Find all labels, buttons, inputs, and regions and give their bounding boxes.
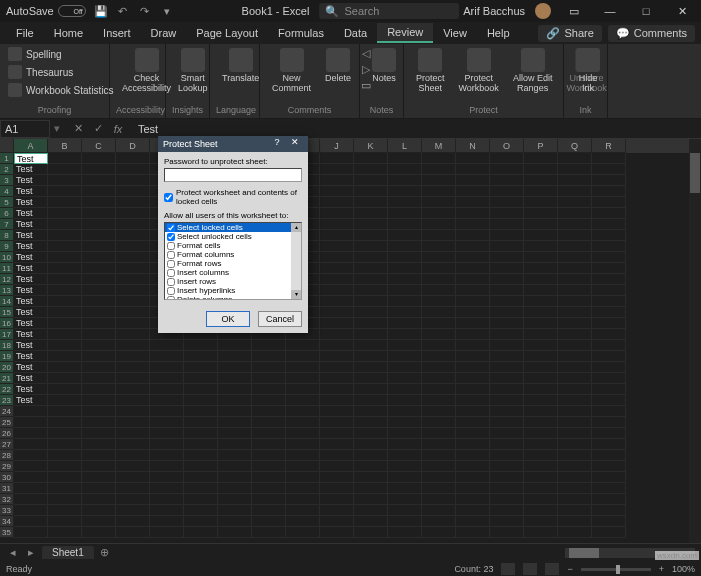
cell[interactable]	[422, 450, 456, 461]
cell[interactable]	[388, 494, 422, 505]
cell[interactable]	[456, 197, 490, 208]
formula-bar[interactable]: Test	[132, 123, 701, 135]
cell[interactable]	[592, 208, 626, 219]
cell[interactable]	[286, 384, 320, 395]
tab-draw[interactable]: Draw	[141, 24, 187, 42]
cell[interactable]	[592, 373, 626, 384]
cell[interactable]	[456, 164, 490, 175]
comments-button[interactable]: 💬Comments	[608, 25, 695, 42]
row-header[interactable]: 28	[0, 450, 14, 461]
permission-checkbox[interactable]	[167, 260, 175, 268]
row-header[interactable]: 22	[0, 384, 14, 395]
cell[interactable]	[116, 219, 150, 230]
delete-comment-button[interactable]: Delete	[319, 46, 357, 86]
cell[interactable]	[48, 340, 82, 351]
search-input[interactable]: 🔍 Search	[319, 3, 459, 19]
hscroll-thumb[interactable]	[569, 548, 599, 558]
cell[interactable]	[592, 351, 626, 362]
cell[interactable]	[286, 395, 320, 406]
cell[interactable]	[558, 197, 592, 208]
cell[interactable]	[388, 307, 422, 318]
row-header[interactable]: 11	[0, 263, 14, 274]
cell[interactable]	[354, 505, 388, 516]
cell[interactable]	[558, 175, 592, 186]
cell[interactable]	[456, 428, 490, 439]
cell[interactable]	[116, 175, 150, 186]
cell[interactable]	[592, 252, 626, 263]
dialog-titlebar[interactable]: Protect Sheet ? ✕	[158, 136, 308, 152]
cell[interactable]	[48, 362, 82, 373]
cell[interactable]	[320, 285, 354, 296]
cell[interactable]	[490, 197, 524, 208]
cell[interactable]	[592, 472, 626, 483]
cell[interactable]	[354, 384, 388, 395]
new-comment-button[interactable]: New Comment	[266, 46, 317, 96]
permission-checkbox[interactable]	[167, 224, 175, 232]
col-header-N[interactable]: N	[456, 139, 490, 153]
cell[interactable]	[116, 406, 150, 417]
cell[interactable]	[524, 505, 558, 516]
cell[interactable]	[286, 505, 320, 516]
cell[interactable]	[592, 516, 626, 527]
permission-option[interactable]: Delete columns	[165, 295, 301, 300]
col-header-K[interactable]: K	[354, 139, 388, 153]
cell[interactable]	[558, 439, 592, 450]
cell[interactable]	[218, 472, 252, 483]
scroll-down-icon[interactable]: ▾	[291, 290, 301, 299]
cell[interactable]	[456, 472, 490, 483]
cell[interactable]	[48, 208, 82, 219]
cell[interactable]	[490, 219, 524, 230]
cell[interactable]	[150, 395, 184, 406]
cell[interactable]	[82, 494, 116, 505]
cell[interactable]	[48, 263, 82, 274]
cell[interactable]	[354, 230, 388, 241]
cell[interactable]	[82, 362, 116, 373]
cell[interactable]	[48, 483, 82, 494]
protect-contents-check-input[interactable]	[164, 193, 173, 202]
cell[interactable]	[592, 241, 626, 252]
permission-option[interactable]: Format columns	[165, 250, 301, 259]
cell[interactable]	[184, 461, 218, 472]
cell[interactable]	[82, 318, 116, 329]
cell[interactable]	[422, 208, 456, 219]
cell[interactable]	[252, 373, 286, 384]
cell[interactable]: Test	[14, 219, 48, 230]
cell[interactable]	[388, 483, 422, 494]
cell[interactable]	[150, 439, 184, 450]
cell[interactable]	[116, 318, 150, 329]
cell[interactable]	[388, 219, 422, 230]
cell[interactable]	[184, 351, 218, 362]
cell[interactable]	[422, 461, 456, 472]
row-header[interactable]: 4	[0, 186, 14, 197]
share-button[interactable]: 🔗Share	[538, 25, 601, 42]
cell[interactable]	[218, 417, 252, 428]
cell[interactable]: Test	[14, 384, 48, 395]
cell[interactable]	[252, 395, 286, 406]
sheet-nav-next-icon[interactable]: ▸	[24, 546, 38, 559]
cell[interactable]	[354, 219, 388, 230]
col-header-Q[interactable]: Q	[558, 139, 592, 153]
row-header[interactable]: 34	[0, 516, 14, 527]
cell[interactable]: Test	[14, 307, 48, 318]
cell[interactable]	[422, 307, 456, 318]
permission-checkbox[interactable]	[167, 242, 175, 250]
cell[interactable]: Test	[14, 230, 48, 241]
cell[interactable]	[82, 252, 116, 263]
cell[interactable]	[558, 285, 592, 296]
col-header-L[interactable]: L	[388, 139, 422, 153]
row-header[interactable]: 3	[0, 175, 14, 186]
cell[interactable]	[116, 428, 150, 439]
cell[interactable]	[592, 527, 626, 538]
cell[interactable]	[456, 340, 490, 351]
cell[interactable]	[558, 153, 592, 164]
cell[interactable]	[456, 175, 490, 186]
fx-icon[interactable]: fx	[110, 121, 126, 137]
cell[interactable]	[320, 516, 354, 527]
cell[interactable]	[490, 362, 524, 373]
cell[interactable]	[456, 362, 490, 373]
cell[interactable]	[354, 494, 388, 505]
cell[interactable]	[48, 307, 82, 318]
qa-dropdown-icon[interactable]: ▾	[160, 4, 174, 18]
cell[interactable]	[320, 241, 354, 252]
cell[interactable]	[184, 450, 218, 461]
